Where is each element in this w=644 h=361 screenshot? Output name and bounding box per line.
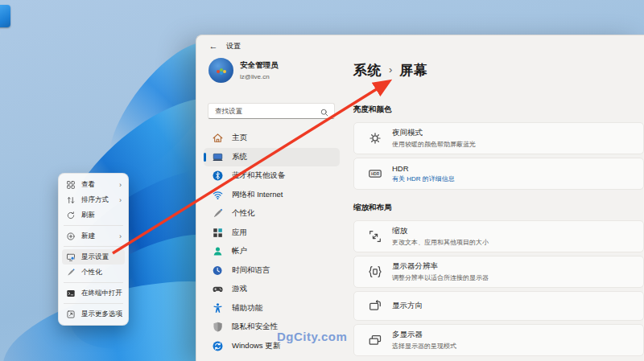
account-name: 安全管理员 [240,60,279,71]
accounts-icon [212,245,224,257]
sidebar-item-label: 蓝牙和其他设备 [232,170,286,181]
display-settings-icon [66,252,76,262]
sidebar-item-apps[interactable]: 应用 [204,224,340,243]
sidebar-item-label: Windows 更新 [232,341,280,351]
menu-item-display-settings[interactable]: 显示设置 [62,249,125,265]
card-subtitle: 使用较暖的颜色帮助屏蔽蓝光 [392,140,476,149]
submenu-chevron-icon: › [119,181,122,189]
svg-text:HDR: HDR [371,172,380,176]
menu-item-label: 在终端中打开 [81,289,122,298]
personalization-icon [212,207,224,219]
breadcrumb-parent[interactable]: 系统 [353,61,382,80]
card-title: 显示方向 [392,301,423,311]
apps-icon [212,227,224,239]
system-icon [212,151,224,163]
card-multiple-displays[interactable]: 多显示器选择显示器的呈现模式 [353,324,644,356]
menu-separator [64,303,123,304]
watermark: DgCity.com [277,330,347,343]
menu-item-open-in-terminal[interactable]: 在终端中打开 [62,285,125,301]
card-subtitle-link[interactable]: 有关 HDR 的详细信息 [392,174,455,183]
sidebar-item-label: 时间和语言 [232,265,270,276]
menu-item-label: 刷新 [81,211,122,220]
search-icon [320,106,329,116]
terminal-icon [66,289,76,298]
card-title: 缩放 [392,226,489,236]
card-title: 夜间模式 [392,128,476,138]
sidebar-item-label: 应用 [232,228,247,238]
card-title: 显示器分辨率 [392,261,489,272]
sidebar-item-label: 主页 [232,133,247,143]
desktop: ode 查看›排序方式›刷新新建›显示设置个性化在终端中打开显示更多选项 ← 设… [0,0,644,361]
submenu-chevron-icon: › [119,196,122,204]
window-title: 设置 [226,41,241,51]
search-input[interactable] [208,104,315,118]
sidebar-item-label: 系统 [232,152,247,162]
card-subtitle: 更改文本、应用和其他项目的大小 [392,238,489,247]
sidebar-item-accessibility[interactable]: 辅助功能 [204,299,340,318]
menu-item-personalize[interactable]: 个性化 [62,265,125,280]
time-language-icon [212,265,224,277]
menu-item-refresh[interactable]: 刷新 [62,207,125,223]
menu-item-label: 新建 [81,232,119,241]
sidebar-item-network-internet[interactable]: 网络和 Internet [204,186,340,205]
network-icon [212,189,224,201]
card-display-orientation[interactable]: 显示方向 [353,291,644,321]
sidebar-item-label: 游戏 [232,284,247,294]
menu-item-show-more-options[interactable]: 显示更多选项 [62,306,125,322]
desktop-shortcut-label: ode [0,30,23,37]
night-light-icon [368,131,382,146]
sort-icon [66,195,76,205]
view-grid-icon [66,180,76,190]
multi-display-icon [368,333,382,347]
context-menu: 查看›排序方式›刷新新建›显示设置个性化在终端中打开显示更多选项 [58,173,129,326]
sidebar-item-time-language[interactable]: 时间和语言 [204,261,340,281]
card-scale[interactable]: 缩放更改文本、应用和其他项目的大小 [353,220,644,252]
new-icon [66,232,76,241]
sidebar-item-label: 辅助功能 [232,303,262,314]
avatar [208,58,233,83]
menu-item-label: 个性化 [81,268,122,277]
windows-update-icon [212,340,224,352]
menu-separator [64,225,123,226]
account-block[interactable]: 安全管理员 lz@live.cn [208,58,279,83]
sidebar-item-label: 个性化 [232,208,255,219]
card-display-resolution[interactable]: 显示器分辨率调整分辨率以适合所连接的显示器 [353,256,644,288]
card-night-light[interactable]: 夜间模式使用较暖的颜色帮助屏蔽蓝光 [353,122,644,154]
card-title: HDR [392,164,455,173]
menu-item-new[interactable]: 新建› [62,228,125,244]
submenu-chevron-icon: › [119,232,122,240]
sidebar-item-home[interactable]: 主页 [204,129,340,148]
main-content: 系统 › 屏幕 亮度和颜色夜间模式使用较暖的颜色帮助屏蔽蓝光HDRHDR有关 H… [353,35,644,361]
accessibility-icon [212,302,224,314]
back-button[interactable]: ← [206,39,221,52]
refresh-icon [66,211,76,220]
hdr-icon: HDR [368,166,382,181]
sidebar-item-system[interactable]: 系统 [204,148,340,167]
sidebar-item-bluetooth-devices[interactable]: 蓝牙和其他设备 [204,166,340,186]
menu-item-label: 显示更多选项 [81,310,122,319]
menu-item-sort-by[interactable]: 排序方式› [62,192,125,207]
breadcrumb: 系统 › 屏幕 [353,61,427,80]
card-subtitle: 调整分辨率以适合所连接的显示器 [392,273,489,282]
gaming-icon [212,283,224,295]
settings-window: ← 设置 安全管理员 lz@live.cn 主页系统蓝牙和其他设备网络和 Int… [196,35,644,361]
card-subtitle: 选择显示器的呈现模式 [392,342,456,351]
bluetooth-icon [212,170,224,182]
card-hdr[interactable]: HDRHDR有关 HDR 的详细信息 [353,158,644,190]
orientation-icon [368,299,382,314]
card-title: 多显示器 [392,330,456,340]
page-title: 屏幕 [399,61,427,80]
sidebar-item-accounts[interactable]: 帐户 [204,242,340,261]
desktop-shortcut[interactable]: ode [0,5,23,37]
search-box [208,103,335,119]
menu-separator [64,282,123,283]
sidebar-item-label: 网络和 Internet [232,190,283,200]
menu-item-view[interactable]: 查看› [62,177,125,192]
sidebar-item-personalization[interactable]: 个性化 [204,204,340,224]
sidebar-item-label: 隐私和安全性 [232,322,278,332]
back-arrow-icon: ← [209,41,218,51]
sidebar-item-label: 帐户 [232,246,247,256]
scale-icon [368,229,382,244]
sidebar-item-gaming[interactable]: 游戏 [204,280,340,299]
sidebar-nav: 主页系统蓝牙和其他设备网络和 Internet个性化应用帐户时间和语言游戏辅助功… [196,129,347,355]
